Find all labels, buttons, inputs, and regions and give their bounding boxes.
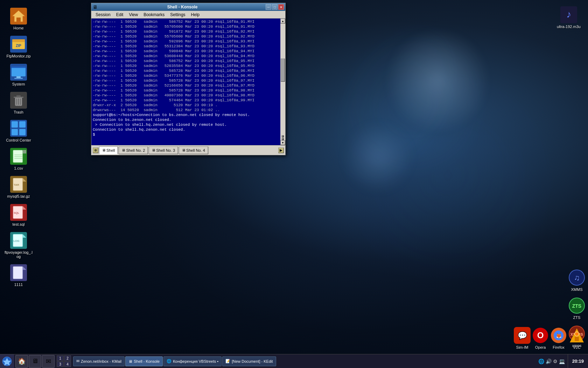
svg-rect-8: [12, 67, 26, 76]
tab-shell-3[interactable]: 🖥 Shell No. 3: [149, 146, 178, 154]
counter-3[interactable]: 3: [57, 361, 64, 367]
minimize-button[interactable]: ─: [266, 4, 271, 10]
menu-session[interactable]: Session: [93, 12, 113, 18]
svg-rect-2: [16, 18, 21, 22]
taskbar-windows: ✉ Zenon.net/inbox - KMail 🖥 Shell - Kons…: [72, 356, 536, 366]
maximize-button[interactable]: □: [272, 4, 278, 10]
terminal-line: -rw-rw---- 1 50520 sadmin 55705600 Mar 2…: [93, 34, 284, 39]
svg-rect-21: [19, 121, 26, 128]
desktop-icon-system[interactable]: System: [3, 62, 34, 88]
terminal-line: -rw-rw---- 1 50520 sadmin 585728 Mar 23 …: [93, 78, 284, 83]
svg-text:ZTS: ZTS: [572, 303, 581, 309]
terminal-line: -rw-rw---- 1 50520 sadmin 591872 Mar 23 …: [93, 29, 284, 34]
terminal-line: drwxrws--- 14 50520 sadmin 512 Mar 23 01…: [93, 108, 284, 113]
svg-text:ZIP: ZIP: [16, 44, 21, 48]
svg-rect-22: [12, 129, 18, 135]
desktop-icon-ftpvoyager[interactable]: LOG ftpvoyager.log_.log: [3, 231, 34, 260]
terminal-line: support@bs:~/hosts>Connection to bs.zeno…: [93, 113, 284, 117]
taskbar: 🏠 🖥 ✉ 1 2 3 4 ✉ Zenon.net/inbox - KMail …: [0, 354, 588, 368]
terminal-title: Shell - Konsole: [100, 5, 265, 9]
tab-arrow-button[interactable]: ▶: [278, 148, 284, 153]
desktop-icon-vlc[interactable]: VLC: [568, 327, 585, 349]
svg-rect-5: [12, 39, 25, 42]
svg-rect-62: [575, 337, 579, 341]
scroll-thumb-up[interactable]: [282, 135, 284, 137]
terminal-line: Connection to shell.hq.zenon.net closed.: [93, 127, 284, 132]
terminal-line: -rw-rw---- 1 50520 sadmin 53477376 Mar 2…: [93, 73, 284, 78]
taskbar-quick-launch: 🏠 🖥 ✉: [14, 355, 56, 368]
terminal-line: -rw-rw---- 1 50520 sadmin 590848 Mar 23 …: [93, 49, 284, 54]
terminal-line: -rw-rw---- 1 50520 sadmin 586752 Mar 23 …: [93, 19, 284, 24]
taskbar-clock[interactable]: 20:19: [568, 354, 588, 368]
desktop-icon-trash[interactable]: Trash: [3, 90, 34, 116]
desktop-background: [0, 0, 588, 354]
desktop-icon-testsql[interactable]: SQL test.sql: [3, 203, 34, 228]
taskbar-vbstreets-window[interactable]: 🌐 Конференция VBStreets •: [163, 356, 222, 366]
menu-help[interactable]: Help: [188, 12, 203, 18]
terminal-line: -rw-rw---- 1 50520 sadmin 52166656 Mar 2…: [93, 83, 284, 88]
tray-settings-icon[interactable]: ⚙: [553, 359, 558, 364]
terminal-line: $: [93, 132, 284, 137]
tray-volume-icon[interactable]: 🔊: [546, 359, 552, 364]
terminal-line: drwxr-xr-x 2 50520 sadmin 5120 Mar 23 00…: [93, 103, 284, 108]
taskbar-terminal-btn[interactable]: 🖥: [29, 355, 41, 368]
menu-settings[interactable]: Settings: [167, 12, 188, 18]
terminal-line: -rw-rw---- 1 50520 sadmin 586752 Mar 23 …: [93, 59, 284, 63]
taskbar-kmail-btn[interactable]: ✉: [42, 355, 55, 368]
tab-shell-1[interactable]: 🖥 Shell: [99, 146, 118, 154]
tray-network-icon[interactable]: 🌐: [538, 359, 544, 364]
tab-shell-2[interactable]: 🖥 Shell No. 2: [119, 146, 148, 154]
svg-rect-23: [19, 129, 26, 135]
desktop-icon-xmms[interactable]: ♫ XMMS: [568, 269, 585, 292]
desktop-icon-1111[interactable]: 1111: [3, 263, 34, 288]
desktop-icon-control[interactable]: Control Center: [3, 118, 34, 144]
taskbar-home-btn[interactable]: 🏠: [15, 355, 28, 368]
desktop-icon-opera[interactable]: O Opera: [532, 327, 549, 349]
new-tab-button[interactable]: ⊕: [93, 148, 98, 153]
svg-rect-9: [12, 67, 26, 68]
desktop-icons-left: Home ZIP FtpMonitor.zip System: [0, 4, 38, 291]
svg-text:♪: ♪: [566, 9, 571, 20]
svg-rect-25: [13, 150, 23, 163]
taskbar-shell-window[interactable]: 🖥 Shell - Konsole: [125, 356, 163, 366]
scroll-up[interactable]: ▲: [280, 19, 285, 23]
desktop-icon-firefox[interactable]: 🦊 Firefox: [550, 327, 567, 349]
svg-text:TAR: TAR: [14, 183, 19, 186]
terminal-titlebar[interactable]: 🖥 Shell - Konsole ─ □ ✕: [91, 3, 285, 11]
svg-text:SQL: SQL: [14, 211, 20, 214]
desktop-icon-ftpmonitor[interactable]: ZIP FtpMonitor.zip: [3, 34, 34, 60]
taskbar-kedit-window[interactable]: 📝 [New Document] - KEdit: [222, 356, 276, 366]
terminal-lines: -rw-rw---- 1 50520 sadmin 586752 Mar 23 …: [93, 19, 284, 137]
terminal-text-area[interactable]: -rw-rw---- 1 50520 sadmin 586752 Mar 23 …: [91, 19, 285, 145]
terminal-line: -rw-rw---- 1 50520 sadmin 55312384 Mar 2…: [93, 44, 284, 49]
desktop-icon-zts[interactable]: ZTS ZTS: [568, 297, 585, 320]
terminal-scrollbar[interactable]: ▲ ▼: [280, 19, 285, 145]
terminal-line: Connection to bs.zenon.net closed.: [93, 117, 284, 122]
scroll-down[interactable]: ▼: [280, 140, 285, 145]
counter-2[interactable]: 2: [64, 355, 71, 361]
menu-edit[interactable]: Edit: [113, 12, 126, 18]
counter-1[interactable]: 1: [57, 355, 64, 361]
terminal-tabs: ⊕ 🖥 Shell 🖥 Shell No. 2 🖥 Shell No. 3 🖥 …: [91, 145, 285, 155]
tray-display-icon[interactable]: 💻: [559, 359, 565, 364]
terminal-line: -rw-rw---- 1 50520 sadmin 585728 Mar 23 …: [93, 88, 284, 93]
desktop-icon-ultra192[interactable]: ♪ ultra-192.m3u: [557, 6, 581, 29]
desktop-icon-simim[interactable]: 💬 Sim-IM: [514, 327, 531, 349]
svg-rect-10: [16, 76, 21, 78]
kde-start-button[interactable]: [0, 354, 14, 368]
scroll-thumb-down[interactable]: [282, 138, 284, 140]
menu-view[interactable]: View: [126, 12, 141, 18]
tab-shell-4[interactable]: 🖥 Shell No. 4: [179, 146, 208, 154]
close-button[interactable]: ✕: [278, 4, 284, 10]
taskbar-kmail-window[interactable]: ✉ Zenon.net/inbox - KMail: [73, 356, 125, 366]
svg-text:O: O: [537, 330, 544, 340]
menu-bookmarks[interactable]: Bookmarks: [141, 12, 167, 18]
desktop-icon-mysql[interactable]: TAR mysql5.tar.gz: [3, 175, 34, 200]
desktop-icon-home[interactable]: Home: [3, 6, 34, 32]
counter-4[interactable]: 4: [64, 361, 71, 367]
bottom-right-app-icons: 💬 Sim-IM O Opera 🦊 Firefox: [511, 324, 588, 352]
desktop-icons-right: ♪ ultra-192.m3u: [550, 4, 588, 32]
terminal-content-wrapper: -rw-rw---- 1 50520 sadmin 586752 Mar 23 …: [91, 19, 285, 145]
desktop-icon-csv[interactable]: 1.csv: [3, 146, 34, 172]
terminal-menubar: Session Edit View Bookmarks Settings Hel…: [91, 11, 285, 19]
